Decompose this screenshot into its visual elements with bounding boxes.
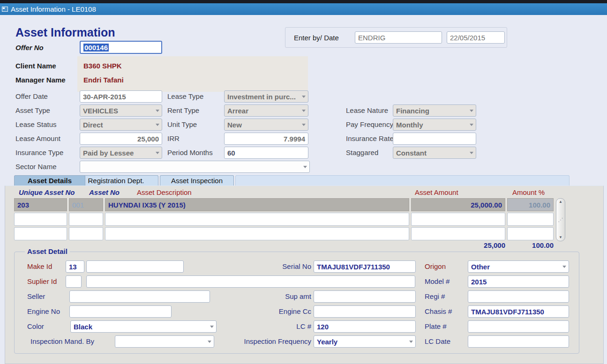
- enter-by-date-field[interactable]: 22/05/2015: [447, 31, 505, 44]
- engine-cc-label: Engine Cc: [225, 305, 311, 318]
- irr-label: IRR: [167, 133, 180, 145]
- scroll-grip-icon[interactable]: ⋰: [558, 217, 563, 223]
- dropdown-arrow-icon: [156, 110, 159, 112]
- col-header-asset-description: Asset Description: [137, 188, 192, 197]
- staggared-combo[interactable]: Constant: [393, 147, 476, 159]
- dropdown-arrow-icon: [470, 110, 473, 112]
- rent-type-combo[interactable]: Arrear: [224, 104, 308, 117]
- tab-strip-filler: [235, 175, 570, 186]
- insurance-rate-field[interactable]: [393, 133, 476, 145]
- origon-combo[interactable]: Other: [468, 260, 569, 273]
- offer-date-label: Offer Date: [15, 90, 48, 103]
- table-row-1-description[interactable]: HUYNDAI IX35 (Y 2015): [105, 198, 409, 211]
- serial-no-field[interactable]: TMAJU81VDFJ711350: [314, 260, 416, 273]
- insurance-type-combo[interactable]: Paid by Lessee: [80, 147, 162, 159]
- suplier-id-label: Suplier Id: [27, 275, 57, 288]
- page-title: Asset Information: [15, 26, 115, 39]
- table-row-1-amount[interactable]: 25,000.00: [411, 198, 505, 211]
- seller-label: Seller: [27, 290, 45, 303]
- table-row-1-unique-asset-no[interactable]: 203: [14, 198, 67, 211]
- tab-asset-inspection[interactable]: Asset Inspection: [160, 175, 234, 186]
- lease-nature-combo[interactable]: Financing: [393, 104, 476, 117]
- offer-no-field[interactable]: 000146: [80, 41, 162, 54]
- table-row-1-asset-no[interactable]: 001: [69, 198, 103, 211]
- period-months-label: Period Months: [167, 147, 213, 159]
- lease-amount-label: Lease Amount: [15, 133, 60, 145]
- insurance-rate-label: Insurance Rate: [346, 133, 394, 145]
- offer-no-selected-text: 000146: [83, 44, 109, 52]
- dropdown-arrow-icon: [156, 152, 159, 154]
- offer-date-field[interactable]: 30-APR-2015: [80, 90, 162, 103]
- unit-type-combo[interactable]: New: [224, 119, 308, 131]
- inspection-mand-by-combo[interactable]: [115, 335, 214, 348]
- dropdown-arrow-icon: [156, 124, 159, 126]
- insurance-type-label: Insurance Type: [15, 147, 63, 159]
- table-row-3-description[interactable]: [105, 227, 409, 240]
- table-row-2-percent[interactable]: [507, 213, 554, 226]
- dropdown-arrow-icon: [302, 96, 306, 98]
- dropdown-arrow-icon: [208, 341, 211, 343]
- model-no-field[interactable]: 2015: [468, 275, 569, 288]
- window-icon: [2, 7, 8, 12]
- table-row-3-asset-no[interactable]: [69, 227, 103, 240]
- lc-no-label: LC #: [225, 320, 311, 333]
- asset-type-combo[interactable]: VEHICLES: [80, 104, 162, 117]
- table-scrollbar[interactable]: ▲ ⋰ ▼: [556, 198, 565, 241]
- chasis-no-field[interactable]: TMAJU81VDFJ711350: [468, 305, 569, 318]
- origon-label: Origon: [425, 260, 446, 273]
- dropdown-arrow-icon: [470, 124, 473, 126]
- seller-field[interactable]: [69, 290, 210, 303]
- table-row-3-percent[interactable]: [507, 227, 554, 240]
- engine-no-field[interactable]: [69, 305, 172, 318]
- engine-cc-field[interactable]: [314, 305, 416, 318]
- period-months-field[interactable]: 60: [224, 147, 308, 159]
- sector-name-combo[interactable]: [80, 161, 310, 173]
- plate-no-field[interactable]: [468, 320, 569, 333]
- table-row-2-asset-no[interactable]: [69, 213, 103, 226]
- asset-type-label: Asset Type: [15, 104, 50, 117]
- table-row-2-amount[interactable]: [411, 213, 505, 226]
- window-titlebar[interactable]: Asset Information - LE0108: [0, 3, 607, 15]
- sup-amt-field[interactable]: [314, 290, 416, 303]
- suplier-name-field[interactable]: [86, 275, 415, 288]
- table-row-2-description[interactable]: [105, 213, 409, 226]
- scroll-down-icon[interactable]: ▼: [559, 236, 562, 239]
- enter-by-date-group: Enter by/ Date ENDRIG 22/05/2015: [285, 27, 507, 48]
- irr-field[interactable]: 7.9994: [224, 133, 308, 145]
- tab-registration-dept[interactable]: Registration Dept.: [74, 175, 158, 186]
- scroll-up-icon[interactable]: ▲: [559, 200, 562, 204]
- dropdown-arrow-icon: [302, 124, 306, 126]
- inspection-frequency-combo[interactable]: Yearly: [314, 335, 416, 348]
- table-row-3-amount[interactable]: [411, 227, 505, 240]
- table-row-1-percent[interactable]: 100.00: [507, 198, 554, 211]
- table-row-3-unique-asset-no[interactable]: [14, 227, 67, 240]
- total-percent: 100.00: [507, 240, 554, 251]
- lc-date-label: LC Date: [425, 335, 450, 348]
- regi-no-field[interactable]: [468, 290, 569, 303]
- color-combo[interactable]: Black: [70, 320, 217, 333]
- window-title: Asset Information - LE0108: [11, 5, 96, 13]
- suplier-id-field[interactable]: [66, 275, 82, 288]
- lease-type-label: Lease Type: [167, 90, 203, 103]
- regi-no-label: Regi #: [425, 290, 445, 303]
- table-row-2-unique-asset-no[interactable]: [14, 213, 67, 226]
- tab-asset-details[interactable]: Asset Details: [14, 175, 85, 186]
- sector-name-label: Sector Name: [15, 161, 57, 173]
- model-no-label: Model #: [425, 275, 450, 288]
- lc-date-field[interactable]: [468, 335, 569, 348]
- lease-type-combo[interactable]: Investment in purc...: [224, 90, 308, 103]
- dropdown-arrow-icon: [409, 341, 413, 343]
- make-id-field[interactable]: 13: [66, 260, 84, 273]
- col-header-amount-percent: Amount %: [512, 188, 545, 197]
- enter-by-user-field[interactable]: ENDRIG: [355, 31, 442, 44]
- dropdown-arrow-icon: [210, 326, 214, 328]
- lease-status-combo[interactable]: Direct: [80, 119, 162, 131]
- make-name-field[interactable]: [86, 260, 184, 273]
- asset-detail-title: Asset Detail: [25, 247, 70, 255]
- pay-frequency-combo[interactable]: Monthly: [393, 119, 476, 131]
- dropdown-arrow-icon: [470, 152, 473, 154]
- col-header-asset-no: Asset No: [89, 188, 120, 197]
- enter-by-date-label: Enter by/ Date: [294, 32, 339, 44]
- lc-no-field[interactable]: 120: [314, 320, 416, 333]
- lease-amount-field[interactable]: 25,000: [80, 133, 162, 145]
